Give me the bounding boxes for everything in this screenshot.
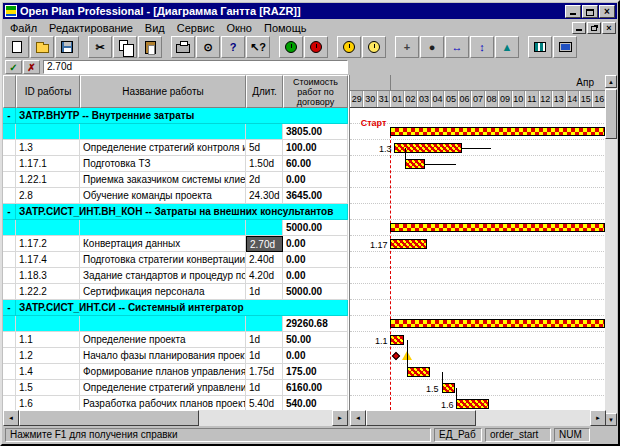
id-cell[interactable]: 1.22.2	[16, 284, 80, 300]
duration-cell[interactable]: 2.70d	[246, 236, 283, 252]
gantt-bar-task[interactable]	[405, 159, 425, 169]
help-button[interactable]: ?	[221, 36, 245, 58]
row-marker-cell[interactable]	[3, 364, 16, 380]
duration-cell[interactable]	[246, 124, 283, 140]
id-cell[interactable]: 1.22.1	[16, 172, 80, 188]
id-cell[interactable]: 1.6	[16, 396, 80, 410]
id-cell[interactable]: 1.17.4	[16, 252, 80, 268]
row-marker-cell[interactable]	[3, 252, 16, 268]
name-cell[interactable]: Приемка заказчиком системы клиент	[80, 172, 246, 188]
table-hscroll-left-button[interactable]: ◄	[3, 410, 19, 426]
table-hscroll-right-button[interactable]: ►	[332, 410, 348, 426]
row-marker-cell[interactable]	[3, 156, 16, 172]
cost-cell[interactable]: 29260.68	[283, 316, 348, 332]
section-title-cell[interactable]: ЗАТР.СИСТ_ИНТ.ВН_КОН -- Затраты на внешн…	[16, 204, 348, 220]
copy-button[interactable]	[113, 36, 137, 58]
cost-cell[interactable]: 60.00	[283, 156, 348, 172]
clock-button[interactable]	[337, 36, 361, 58]
cost-cell[interactable]: 3805.00	[283, 124, 348, 140]
cost-cell[interactable]: 0.00	[283, 172, 348, 188]
table-hscrollbar[interactable]: ◄ ►	[3, 410, 348, 426]
vscroll-up-button[interactable]: ▲	[605, 75, 617, 88]
name-cell[interactable]: Определение проекта	[80, 332, 246, 348]
confirm-edit-button[interactable]: ✓	[5, 60, 22, 74]
maximize-button[interactable]	[582, 5, 598, 18]
print-button[interactable]	[171, 36, 195, 58]
name-cell[interactable]: Формирование планов управления	[80, 364, 246, 380]
row-marker-cell[interactable]	[3, 348, 16, 364]
cost-cell[interactable]: 5000.00	[283, 284, 348, 300]
gantt-hscroll-right-button[interactable]: ►	[590, 410, 606, 426]
id-cell[interactable]: 1.1	[16, 332, 80, 348]
print-preview-button[interactable]: ⊙	[196, 36, 220, 58]
id-cell[interactable]: 1.2	[16, 348, 80, 364]
id-cell[interactable]: 1.4	[16, 364, 80, 380]
duration-column-header[interactable]: Длит.	[246, 75, 283, 108]
insert-milestone-button[interactable]: ●	[420, 36, 444, 58]
vertical-scrollbar[interactable]: ▲ ▼	[605, 75, 617, 426]
row-marker-cell[interactable]	[3, 380, 16, 396]
add-activity-button[interactable]: +	[395, 36, 419, 58]
save-button[interactable]	[55, 36, 79, 58]
gantt-bar-task[interactable]	[390, 335, 403, 345]
link-activities-button[interactable]: ↔	[445, 36, 469, 58]
cut-button[interactable]: ✂	[88, 36, 112, 58]
gantt-hscroll-thumb[interactable]	[366, 410, 476, 426]
duration-cell[interactable]: 2d	[246, 172, 283, 188]
cancel-edit-button[interactable]: ✗	[23, 60, 40, 74]
id-cell[interactable]: 1.17.1	[16, 156, 80, 172]
marker-column-header[interactable]	[3, 75, 16, 108]
cost-cell[interactable]: 6160.00	[283, 380, 348, 396]
cost-cell[interactable]: 0.00	[283, 252, 348, 268]
name-cell[interactable]: Начало фазы планирования проекта	[80, 348, 246, 364]
name-cell[interactable]	[80, 124, 246, 140]
mdi-restore-button[interactable]	[587, 22, 601, 34]
name-cell[interactable]: Конвертация данных	[80, 236, 246, 252]
row-marker-cell[interactable]	[3, 396, 16, 410]
duration-cell[interactable]: 1d	[246, 284, 283, 300]
new-document-button[interactable]	[5, 36, 29, 58]
row-marker-cell[interactable]: -	[3, 204, 16, 220]
section-title-cell[interactable]: ЗАТР.ВНУТР -- Внутренние затраты	[16, 108, 348, 124]
edit-field[interactable]: 2.70d	[43, 60, 348, 74]
row-marker-cell[interactable]	[3, 172, 16, 188]
view-table-button[interactable]	[528, 36, 552, 58]
id-cell[interactable]	[16, 124, 80, 140]
name-cell[interactable]: Сертификация персонала	[80, 284, 246, 300]
gantt-bar-task[interactable]	[407, 367, 431, 377]
id-cell[interactable]: 1.17.2	[16, 236, 80, 252]
menu-item[interactable]: Файл	[4, 22, 43, 34]
gantt-bar-task[interactable]	[456, 399, 488, 409]
cost-cell[interactable]: 0.00	[283, 268, 348, 284]
name-cell[interactable]: Разработка рабочих планов проекта	[80, 396, 246, 410]
id-cell[interactable]: 1.18.3	[16, 268, 80, 284]
cost-cell[interactable]: 175.00	[283, 364, 348, 380]
name-cell[interactable]: Подготовка стратегии конвертации	[80, 252, 246, 268]
duration-cell[interactable]: 1d	[246, 332, 283, 348]
time-analysis-button[interactable]	[279, 36, 303, 58]
row-marker-cell[interactable]: -	[3, 108, 16, 124]
row-marker-cell[interactable]	[3, 268, 16, 284]
menu-item[interactable]: Сервис	[171, 22, 221, 34]
gantt-hscroll-left-button[interactable]: ◄	[350, 410, 366, 426]
duration-cell[interactable]	[246, 316, 283, 332]
reorder-button[interactable]: ↕	[470, 36, 494, 58]
cost-cell[interactable]: 540.00	[283, 396, 348, 410]
cost-button[interactable]	[362, 36, 386, 58]
vscroll-down-button[interactable]: ▼	[605, 413, 617, 426]
gantt-bar-summary[interactable]	[390, 127, 604, 136]
name-cell[interactable]: Обучение команды проекта	[80, 188, 246, 204]
mdi-close-button[interactable]: ×	[602, 22, 616, 34]
vscroll-thumb[interactable]	[605, 89, 617, 139]
id-cell[interactable]	[16, 316, 80, 332]
minimize-button[interactable]	[565, 5, 581, 18]
duration-cell[interactable]: 24.30d	[246, 188, 283, 204]
menu-item[interactable]: Помощь	[258, 22, 313, 34]
gantt-bar-summary[interactable]	[390, 223, 604, 232]
id-cell[interactable]: 2.8	[16, 188, 80, 204]
id-cell[interactable]: 1.3	[16, 140, 80, 156]
duration-cell[interactable]: 1d	[246, 348, 283, 364]
duration-cell[interactable]	[246, 220, 283, 236]
duration-cell[interactable]: 4.20d	[246, 268, 283, 284]
open-file-button[interactable]	[30, 36, 54, 58]
